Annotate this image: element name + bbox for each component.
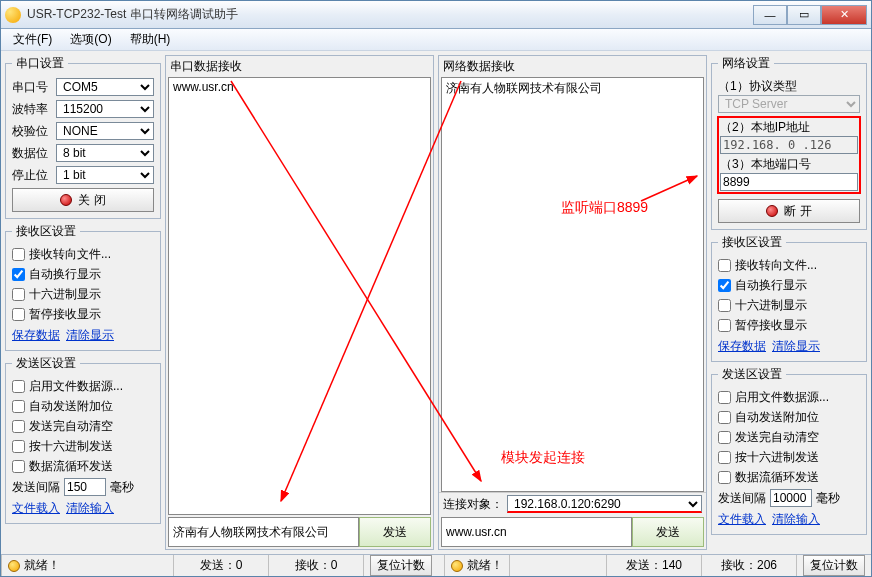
status-send-right: 发送：140 (606, 555, 701, 576)
minimize-button[interactable]: — (753, 5, 787, 25)
conn-target-select[interactable]: 192.168.0.120:6290 (507, 495, 702, 513)
hex-display-check[interactable] (12, 288, 25, 301)
statusbar: 就绪！ 发送：0 接收：0 复位计数 就绪！ 发送：140 接收：206 复位计… (1, 554, 871, 576)
status-ready-left: 就绪！ (24, 557, 60, 574)
titlebar: USR-TCP232-Test 串口转网络调试助手 — ▭ ✕ (1, 1, 871, 29)
close-button[interactable]: ✕ (821, 5, 867, 25)
net-settings: 网络设置 （1）协议类型 TCP Server （2）本地IP地址 （3）本地端… (711, 55, 867, 230)
hex-send-check-r[interactable] (718, 451, 731, 464)
clear-display-link[interactable]: 清除显示 (66, 328, 114, 342)
window-title: USR-TCP232-Test 串口转网络调试助手 (27, 6, 753, 23)
serial-close-button[interactable]: 关 闭 (12, 188, 154, 212)
recv-to-file-check-r[interactable] (718, 259, 731, 272)
hex-display-check-r[interactable] (718, 299, 731, 312)
record-icon (766, 205, 778, 217)
serial-send-input[interactable] (168, 517, 359, 547)
net-recv-panel: 网络数据接收 济南有人物联网技术有限公司 连接对象： 192.168.0.120… (438, 55, 707, 550)
clear-input-link-r[interactable]: 清除输入 (772, 512, 820, 526)
hex-send-check[interactable] (12, 440, 25, 453)
file-load-link[interactable]: 文件载入 (12, 501, 60, 515)
auto-wrap-check[interactable] (12, 268, 25, 281)
serial-recv-text[interactable]: www.usr.cn (168, 77, 431, 515)
clear-display-link-r[interactable]: 清除显示 (772, 339, 820, 353)
local-port-input[interactable] (720, 173, 858, 191)
menubar: 文件(F) 选项(O) 帮助(H) (1, 29, 871, 51)
serial-recv-label: 串口数据接收 (166, 56, 433, 77)
local-ip-input (720, 136, 858, 154)
auto-clear-check-r[interactable] (718, 431, 731, 444)
pause-recv-check-r[interactable] (718, 319, 731, 332)
proto-label: （1）协议类型 (718, 78, 860, 95)
auto-extra-check[interactable] (12, 400, 25, 413)
loop-send-check[interactable] (12, 460, 25, 473)
file-src-check-r[interactable] (718, 391, 731, 404)
loop-send-check-r[interactable] (718, 471, 731, 484)
serial-send-button[interactable]: 发送 (359, 517, 431, 547)
recv-area-settings-right: 接收区设置 接收转向文件... 自动换行显示 十六进制显示 暂停接收显示 保存数… (711, 234, 867, 362)
proto-select: TCP Server (718, 95, 860, 113)
status-ready-right: 就绪！ (467, 557, 503, 574)
data-bits-select[interactable]: 8 bit (56, 144, 154, 162)
auto-extra-check-r[interactable] (718, 411, 731, 424)
send-area-settings-left: 发送区设置 启用文件数据源... 自动发送附加位 发送完自动清空 按十六进制发送… (5, 355, 161, 524)
net-recv-text[interactable]: 济南有人物联网技术有限公司 (441, 77, 704, 492)
auto-clear-check[interactable] (12, 420, 25, 433)
parity-select[interactable]: NONE (56, 122, 154, 140)
auto-wrap-check-r[interactable] (718, 279, 731, 292)
send-area-settings-right: 发送区设置 启用文件数据源... 自动发送附加位 发送完自动清空 按十六进制发送… (711, 366, 867, 535)
menu-help[interactable]: 帮助(H) (122, 29, 179, 50)
stop-bits-select[interactable]: 1 bit (56, 166, 154, 184)
pause-recv-check[interactable] (12, 308, 25, 321)
reset-count-right[interactable]: 复位计数 (803, 555, 865, 576)
recv-area-settings-left: 接收区设置 接收转向文件... 自动换行显示 十六进制显示 暂停接收显示 保存数… (5, 223, 161, 351)
net-send-input[interactable] (441, 517, 632, 547)
record-icon (60, 194, 72, 206)
clear-input-link[interactable]: 清除输入 (66, 501, 114, 515)
serial-settings: 串口设置 串口号COM5 波特率115200 校验位NONE 数据位8 bit … (5, 55, 161, 219)
baud-select[interactable]: 115200 (56, 100, 154, 118)
menu-options[interactable]: 选项(O) (62, 29, 119, 50)
serial-port-select[interactable]: COM5 (56, 78, 154, 96)
net-disconnect-button[interactable]: 断 开 (718, 199, 860, 223)
status-icon (451, 560, 463, 572)
file-src-check[interactable] (12, 380, 25, 393)
net-recv-label: 网络数据接收 (439, 56, 706, 77)
menu-file[interactable]: 文件(F) (5, 29, 60, 50)
send-interval-input-right[interactable] (770, 489, 812, 507)
save-data-link[interactable]: 保存数据 (12, 328, 60, 342)
conn-target-label: 连接对象： (443, 496, 503, 513)
status-icon (8, 560, 20, 572)
send-interval-input-left[interactable] (64, 478, 106, 496)
local-port-label: （3）本地端口号 (720, 156, 858, 173)
file-load-link-r[interactable]: 文件载入 (718, 512, 766, 526)
recv-to-file-check[interactable] (12, 248, 25, 261)
status-recv-left: 接收：0 (268, 555, 363, 576)
serial-recv-panel: 串口数据接收 www.usr.cn 发送 (165, 55, 434, 550)
save-data-link-r[interactable]: 保存数据 (718, 339, 766, 353)
local-ip-label: （2）本地IP地址 (720, 119, 858, 136)
maximize-button[interactable]: ▭ (787, 5, 821, 25)
status-recv-right: 接收：206 (701, 555, 796, 576)
status-send-left: 发送：0 (173, 555, 268, 576)
app-icon (5, 7, 21, 23)
net-send-button[interactable]: 发送 (632, 517, 704, 547)
reset-count-left[interactable]: 复位计数 (370, 555, 432, 576)
